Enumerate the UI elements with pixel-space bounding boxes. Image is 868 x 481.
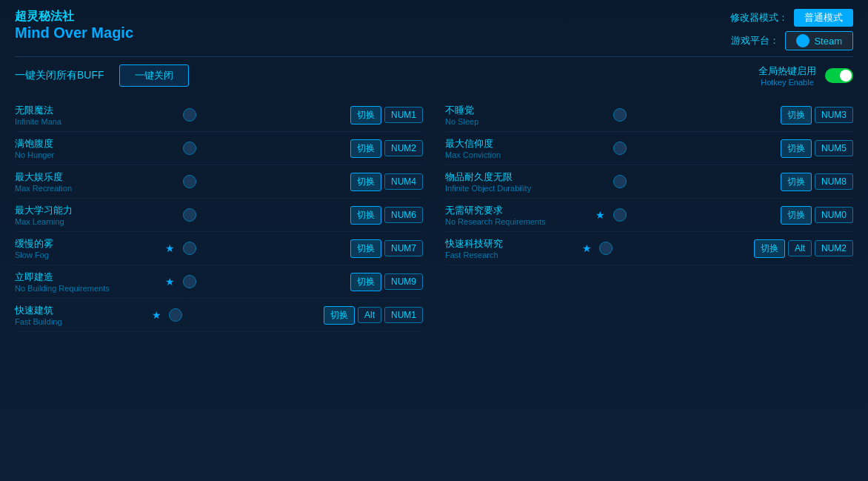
key-button[interactable]: Alt bbox=[788, 240, 812, 256]
cheat-toggle[interactable] bbox=[183, 242, 196, 255]
switch-button[interactable]: 切换 bbox=[781, 106, 812, 125]
header-right: 修改器模式： 普通模式 游戏平台： Steam bbox=[730, 9, 853, 50]
cheat-cn: 快速建筑 bbox=[15, 304, 144, 317]
cheat-row: 满饱腹度No Hunger切换NUM2 bbox=[15, 132, 423, 165]
cheat-en: Slow Fog bbox=[15, 251, 158, 259]
cheat-row: 立即建造No Building Requirements★切换NUM9 bbox=[15, 265, 423, 299]
hotkey-controls: 切换NUM1 bbox=[350, 106, 423, 125]
cheat-info: 快速建筑Fast Building bbox=[15, 304, 144, 326]
cheat-info: 快速科技研究Fast Research bbox=[445, 237, 574, 259]
title-block: 超灵秘法社 Mind Over Magic bbox=[15, 9, 133, 42]
switch-button[interactable]: 切换 bbox=[781, 206, 812, 225]
cheat-toggle[interactable] bbox=[183, 275, 196, 288]
cheat-info: 无需研究要求No Research Requirements bbox=[445, 204, 588, 226]
steam-label: Steam bbox=[814, 36, 842, 47]
hotkey-label-en: Hotkey Enable bbox=[761, 78, 814, 87]
switch-button[interactable]: 切换 bbox=[350, 106, 381, 125]
switch-button[interactable]: 切换 bbox=[781, 139, 812, 158]
cheat-en: No Research Requirements bbox=[445, 217, 588, 226]
key-button[interactable]: NUM0 bbox=[815, 207, 853, 223]
cheat-row: 快速科技研究Fast Research★切换AltNUM2 bbox=[445, 232, 853, 265]
switch-button[interactable]: 切换 bbox=[324, 306, 355, 325]
hotkey-controls: 切换NUM4 bbox=[350, 173, 423, 191]
cheat-toggle[interactable] bbox=[169, 308, 182, 322]
cheat-toggle[interactable] bbox=[599, 242, 612, 255]
star-icon[interactable]: ★ bbox=[164, 276, 177, 288]
cheat-cn: 快速科技研究 bbox=[445, 237, 574, 251]
key-button[interactable]: NUM9 bbox=[384, 273, 423, 290]
cheat-toggle[interactable] bbox=[183, 175, 196, 188]
title-en: Mind Over Magic bbox=[15, 24, 133, 42]
switch-button[interactable]: 切换 bbox=[350, 273, 381, 291]
key-button[interactable]: NUM2 bbox=[384, 140, 423, 156]
cheat-toggle[interactable] bbox=[613, 142, 627, 155]
cheat-toggle[interactable] bbox=[613, 175, 627, 188]
switch-button[interactable]: 切换 bbox=[754, 239, 785, 258]
cheat-en: No Sleep bbox=[445, 117, 588, 126]
platform-label: 游戏平台： bbox=[731, 34, 779, 47]
cheat-cn: 最大学习能力 bbox=[15, 204, 158, 217]
close-all-label: 一键关闭所有BUFF bbox=[15, 69, 104, 82]
hotkey-controls: 切换AltNUM1 bbox=[324, 306, 423, 325]
key-button[interactable]: NUM3 bbox=[815, 107, 853, 123]
cheat-info: 无限魔法Infinite Mana bbox=[15, 104, 158, 126]
switch-button[interactable]: 切换 bbox=[350, 173, 381, 191]
key-button[interactable]: NUM7 bbox=[384, 240, 423, 256]
cheat-toggle[interactable] bbox=[613, 208, 627, 222]
steam-icon bbox=[796, 34, 809, 47]
cheat-en: Fast Building bbox=[15, 317, 144, 326]
platform-row: 游戏平台： Steam bbox=[731, 31, 853, 50]
star-icon[interactable]: ★ bbox=[594, 209, 607, 221]
hotkey-controls: 切换NUM2 bbox=[350, 139, 423, 158]
cheat-toggle[interactable] bbox=[183, 108, 196, 122]
cheat-row: 无限魔法Infinite Mana切换NUM1 bbox=[15, 99, 423, 132]
hotkey-controls: 切换NUM6 bbox=[350, 206, 423, 225]
cheat-info: 满饱腹度No Hunger bbox=[15, 137, 158, 159]
cheat-info: 缓慢的雾Slow Fog bbox=[15, 237, 158, 259]
star-icon[interactable]: ★ bbox=[580, 242, 593, 254]
cheat-cn: 缓慢的雾 bbox=[15, 237, 158, 251]
key-button[interactable]: NUM1 bbox=[384, 307, 423, 323]
cheat-en: Infinite Object Durability bbox=[445, 184, 588, 193]
cheat-toggle[interactable] bbox=[613, 108, 627, 122]
cheat-info: 不睡觉No Sleep bbox=[445, 104, 588, 126]
left-controls: 一键关闭所有BUFF 一键关闭 bbox=[15, 64, 189, 87]
switch-button[interactable]: 切换 bbox=[350, 139, 381, 158]
hotkey-controls: 切换NUM0 bbox=[781, 206, 853, 225]
hotkey-controls: 切换NUM3 bbox=[781, 106, 853, 125]
star-icon[interactable]: ★ bbox=[150, 309, 163, 321]
key-button[interactable]: Alt bbox=[358, 307, 381, 323]
key-button[interactable]: NUM2 bbox=[815, 240, 853, 256]
cheat-toggle[interactable] bbox=[183, 142, 196, 155]
star-icon[interactable]: ★ bbox=[164, 242, 177, 254]
cheat-row: 无需研究要求No Research Requirements★切换NUM0 bbox=[445, 199, 853, 232]
cheat-en: Infinite Mana bbox=[15, 117, 158, 126]
steam-button[interactable]: Steam bbox=[785, 31, 853, 50]
cheat-toggle[interactable] bbox=[183, 208, 196, 222]
cheat-info: 物品耐久度无限Infinite Object Durability bbox=[445, 170, 588, 193]
cheat-row: 快速建筑Fast Building★切换AltNUM1 bbox=[15, 299, 423, 332]
cheat-info: 最大娱乐度Max Recreation bbox=[15, 170, 158, 193]
hotkey-toggle[interactable] bbox=[825, 68, 853, 83]
switch-button[interactable]: 切换 bbox=[781, 173, 812, 191]
switch-button[interactable]: 切换 bbox=[350, 206, 381, 225]
cheat-en: No Hunger bbox=[15, 150, 158, 159]
cheat-cn: 满饱腹度 bbox=[15, 137, 158, 150]
top-controls: 一键关闭所有BUFF 一键关闭 全局热键启用 Hotkey Enable bbox=[15, 64, 853, 87]
switch-button[interactable]: 切换 bbox=[350, 239, 381, 258]
cheat-cn: 物品耐久度无限 bbox=[445, 170, 588, 184]
mode-button[interactable]: 普通模式 bbox=[794, 9, 853, 27]
hotkey-block: 全局热键启用 Hotkey Enable bbox=[758, 64, 816, 87]
cheat-cn: 最大娱乐度 bbox=[15, 170, 158, 184]
hotkey-controls: 切换NUM5 bbox=[781, 139, 853, 158]
hotkey-label-cn: 全局热键启用 bbox=[758, 64, 816, 78]
key-button[interactable]: NUM4 bbox=[384, 173, 423, 190]
key-button[interactable]: NUM8 bbox=[815, 173, 853, 190]
key-button[interactable]: NUM6 bbox=[384, 207, 423, 223]
key-button[interactable]: NUM1 bbox=[384, 107, 423, 123]
key-button[interactable]: NUM5 bbox=[815, 140, 853, 156]
close-all-button[interactable]: 一键关闭 bbox=[119, 64, 189, 87]
cheat-cn: 最大信仰度 bbox=[445, 137, 588, 150]
cheat-row: 最大信仰度Max Conviction切换NUM5 bbox=[445, 132, 853, 165]
cheat-cn: 无限魔法 bbox=[15, 104, 158, 117]
